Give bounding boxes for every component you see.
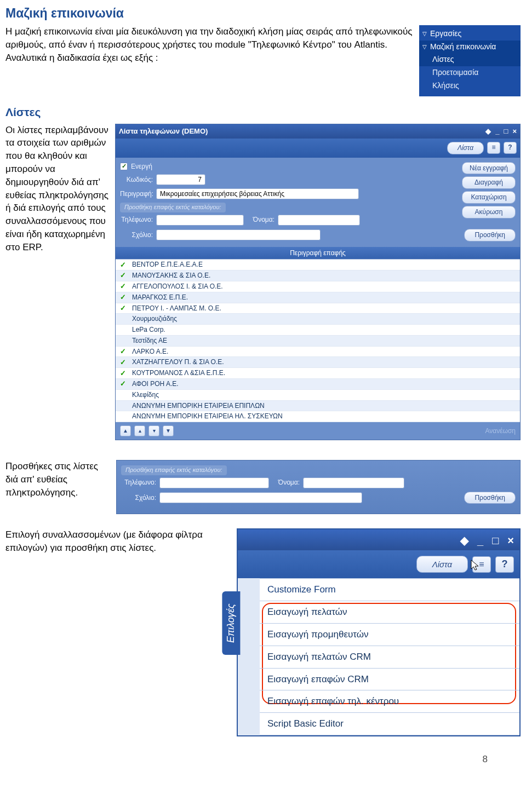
dropdown-item[interactable]: Εισαγωγή πελατών CRM — [260, 646, 519, 669]
table-row[interactable]: ✓ΜΑΝΟΥΣΑΚΗΣ & ΣΙΑ Ο.Ε. — [116, 270, 520, 281]
table-row[interactable]: Τεστίδης ΑΕ — [116, 336, 520, 347]
page-title: Μαζική επικοινωνία — [5, 4, 521, 22]
contact-name: ΜΑΡΑΓΚΟΣ Ε.Π.Ε. — [130, 292, 520, 303]
table-row[interactable]: ✓ΚΟΥΤΡΟΜΑΝΟΣ Λ &ΣΙΑ Ε.Π.Ε. — [116, 368, 520, 379]
options-toolbar: Λίστα ≡ ? — [238, 550, 519, 578]
table-row[interactable]: ✓ΧΑΤΖΗΑΓΓΕΛΟΥ Π. & ΣΙΑ Ο.Ε. — [116, 357, 520, 368]
help-button-2[interactable]: ? — [495, 556, 514, 573]
third-paragraph: Επιλογή συναλλασσομένων (με διάφορα φίλτ… — [5, 528, 230, 736]
check-icon: ✓ — [116, 292, 130, 302]
dropdown-item[interactable]: Customize Form — [260, 579, 519, 601]
contact-name: ΑΝΩΝΥΜΗ ΕΜΠΟΡΙΚΗ ΕΤΑΙΡΕΙΑ ΕΠΙΠΛΩΝ — [130, 401, 520, 411]
table-row[interactable]: ΑΝΩΝΥΜΗ ΕΜΠΟΡΙΚΗ ΕΤΑΙΡΕΙΑ ΗΛ. ΣΥΣΚΕΥΩΝ — [116, 411, 520, 422]
phone-label-2: Τηλέφωνο: — [121, 478, 156, 487]
window-close-icon[interactable]: × — [512, 126, 517, 136]
contact-name: BENTOP Ε.Π.Ε.Α.Ε.Α.Ε — [130, 260, 520, 270]
window-minimize-icon[interactable]: _ — [477, 533, 483, 548]
nav-maziki-label: Μαζική επικοινωνία — [430, 42, 496, 53]
contact-name: Τεστίδης ΑΕ — [130, 336, 520, 346]
window-close-icon[interactable]: × — [507, 533, 514, 548]
nav-listes[interactable]: Λίστες — [419, 53, 521, 66]
list-button-2[interactable]: Λίστα — [416, 556, 468, 573]
nav-ergasies[interactable]: ▽ Εργασίες — [419, 27, 521, 41]
add-button[interactable]: Προσθήκη — [464, 229, 516, 241]
window-collapse-icon[interactable]: ◆ — [460, 533, 468, 548]
contact-name: LePa Corp. — [130, 325, 520, 335]
description-label: Περιγραφή: — [120, 189, 153, 199]
add-panel: Προσθήκη επαφής εκτός καταλόγου: Τηλέφων… — [116, 460, 521, 514]
delete-button[interactable]: Διαγραφή — [462, 176, 516, 189]
name-input[interactable] — [278, 215, 360, 226]
table-row[interactable]: ✓ΛΑΡΚΟ Α.Ε. — [116, 347, 520, 358]
nav-maziki[interactable]: ▽ Μαζική επικοινωνία — [419, 41, 521, 54]
code-input[interactable] — [156, 174, 205, 185]
help-button[interactable]: ? — [504, 142, 517, 154]
check-icon: ✓ — [116, 281, 130, 291]
options-titlebar: ◆ _ □ × — [238, 529, 519, 550]
add-contact-subheading: Προσθήκη επαφής εκτός καταλόγου: — [120, 203, 226, 212]
table-row[interactable]: ✓ΠΕΤΡΟΥ Ι. - ΛΑΜΠΑΣ Μ. Ο.Ε. — [116, 303, 520, 314]
scroll-down-button[interactable]: ▾ — [148, 425, 159, 436]
window-minimize-icon[interactable]: _ — [495, 126, 499, 136]
phone-list-window: Λίστα τηλεφώνων (DEMO) ◆ _ □ × Λίστα ≡ ?… — [115, 124, 521, 441]
phone-label: Τηλέφωνο: — [120, 215, 153, 224]
window-maximize-icon[interactable]: □ — [504, 126, 508, 136]
window-title: Λίστα τηλεφώνων (DEMO) — [119, 126, 208, 136]
nav-proetoimasia[interactable]: Προετοιμασία — [419, 66, 521, 79]
check-icon: ✓ — [116, 379, 130, 389]
refresh-link[interactable]: Ανανέωση — [485, 427, 516, 436]
table-row[interactable]: ✓ΜΑΡΑΓΚΟΣ Ε.Π.Ε. — [116, 292, 520, 303]
comment-input[interactable] — [156, 229, 321, 240]
lists-heading: Λίστες — [5, 104, 521, 120]
active-checkbox[interactable]: ✓ — [120, 163, 128, 170]
dropdown-item[interactable]: Script Basic Editor — [260, 713, 519, 735]
form-area: Νέα εγγραφή Διαγραφή Καταχώριση Ακύρωση … — [116, 158, 520, 247]
contact-name: Χουρμουζιάδης — [130, 314, 520, 324]
comment-input-2[interactable] — [159, 492, 362, 503]
dropdown-item[interactable]: Εισαγωγή πελατών — [260, 601, 519, 624]
phone-input-2[interactable] — [159, 477, 269, 488]
table-row[interactable]: Χουρμουζιάδης — [116, 314, 520, 325]
chevron-down-icon: ▽ — [422, 43, 427, 51]
options-side-label: Επιλογές — [222, 592, 240, 655]
add-button-2[interactable]: Προσθήκη — [464, 492, 516, 504]
scroll-top-button[interactable]: ▲ — [120, 425, 131, 436]
contact-name: ΑΦΟΙ ΡΟΗ Α.Ε. — [130, 379, 520, 389]
table-row[interactable]: ΑΝΩΝΥΜΗ ΕΜΠΟΡΙΚΗ ΕΤΑΙΡΕΙΑ ΕΠΙΠΛΩΝ — [116, 401, 520, 412]
contact-name: ΠΕΤΡΟΥ Ι. - ΛΑΜΠΑΣ Μ. Ο.Ε. — [130, 303, 520, 314]
description-input[interactable] — [156, 188, 359, 199]
dropdown-item[interactable]: Εισαγωγή προμηθευτών — [260, 624, 519, 646]
window-collapse-icon[interactable]: ◆ — [485, 126, 491, 136]
scroll-bottom-button[interactable]: ▼ — [163, 425, 174, 436]
contact-name: Κλεφίδης — [130, 390, 520, 400]
window-titlebar: Λίστα τηλεφώνων (DEMO) ◆ _ □ × — [116, 124, 520, 139]
list-button[interactable]: Λίστα — [447, 142, 484, 154]
grid-header: Περιγραφή επαφής — [116, 247, 520, 260]
table-row[interactable]: ✓ΑΓΓΕΛΟΠΟΥΛΟΣ Ι. & ΣΙΑ Ο.Ε. — [116, 281, 520, 292]
contact-name: ΛΑΡΚΟ Α.Ε. — [130, 347, 520, 357]
dropdown-item[interactable]: Εισαγωγή επαφών τηλ. κέντρου — [260, 690, 519, 713]
phone-input[interactable] — [156, 215, 244, 226]
page-number: 8 — [5, 736, 521, 766]
options-menu-button[interactable]: ≡ — [472, 556, 491, 573]
table-row[interactable]: ✓ΑΦΟΙ ΡΟΗ Α.Ε. — [116, 379, 520, 390]
nav-kliseis[interactable]: Κλήσεις — [419, 79, 521, 93]
name-label-2: Όνομα: — [272, 478, 300, 487]
save-button[interactable]: Καταχώριση — [462, 191, 516, 204]
table-row[interactable]: Κλεφίδης — [116, 390, 520, 401]
scroll-up-button[interactable]: ▴ — [134, 425, 145, 436]
name-input-2[interactable] — [303, 477, 404, 488]
options-button[interactable]: ≡ — [487, 142, 500, 154]
table-row[interactable]: ✓BENTOP Ε.Π.Ε.Α.Ε.Α.Ε — [116, 260, 520, 270]
options-dropdown: Customize FormΕισαγωγή πελατώνΕισαγωγή π… — [260, 578, 519, 735]
contact-name: ΚΟΥΤΡΟΜΑΝΟΣ Λ &ΣΙΑ Ε.Π.Ε. — [130, 368, 520, 378]
intro-paragraph: Η μαζική επικοινωνία είναι μία διευκόλυν… — [5, 25, 413, 96]
contact-name: ΧΑΤΖΗΑΓΓΕΛΟΥ Π. & ΣΙΑ Ο.Ε. — [130, 357, 520, 367]
cancel-button[interactable]: Ακύρωση — [462, 206, 516, 218]
table-row[interactable]: LePa Corp. — [116, 325, 520, 336]
new-record-button[interactable]: Νέα εγγραφή — [462, 162, 516, 175]
dropdown-item[interactable]: Εισαγωγή επαφών CRM — [260, 669, 519, 691]
window-maximize-icon[interactable]: □ — [492, 533, 499, 548]
contact-name: ΜΑΝΟΥΣΑΚΗΣ & ΣΙΑ Ο.Ε. — [130, 270, 520, 281]
check-icon: ✓ — [116, 347, 130, 356]
